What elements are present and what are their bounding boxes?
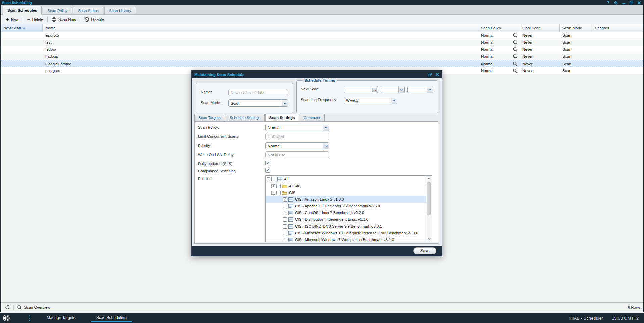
- tree-checkbox[interactable]: [283, 231, 287, 235]
- scrollbar-thumb[interactable]: [427, 182, 431, 215]
- tab-schedule-settings[interactable]: Schedule Settings: [226, 114, 265, 121]
- toolbar-separator: [80, 17, 80, 22]
- compliance-scanning-label: Compliance Scanning:: [198, 169, 237, 173]
- tree-item[interactable]: + ADSIC: [266, 183, 426, 189]
- search-icon[interactable]: [513, 40, 518, 45]
- tree-checkbox[interactable]: [276, 184, 281, 188]
- tab-scan-schedules[interactable]: Scan Schedules: [3, 6, 42, 15]
- scan-now-button[interactable]: Scan Now: [49, 16, 79, 23]
- scroll-down-icon[interactable]: [426, 236, 432, 242]
- search-icon[interactable]: [513, 68, 518, 73]
- tab-scan-settings[interactable]: Scan Settings: [265, 114, 299, 122]
- taskbar-item-manage-targets[interactable]: Manage Targets: [41, 313, 81, 323]
- tree-item-selected[interactable]: ✓ CIS - Amazon Linux 2 v1.0.0: [266, 196, 426, 203]
- scan-overview-button[interactable]: Scan Overview: [16, 304, 51, 311]
- policies-label: Policies:: [198, 177, 212, 181]
- scroll-up-icon[interactable]: [426, 176, 432, 181]
- scan-settings-panel: Scan Policy: Normal Limit Concurrent Sca…: [194, 121, 438, 244]
- tab-scan-history[interactable]: Scan History: [104, 7, 136, 14]
- priority-label: Priority:: [198, 144, 211, 148]
- general-groupbox: Name: Scan Mode: Scan: [196, 83, 293, 113]
- search-icon[interactable]: [513, 61, 518, 66]
- column-header-scanner[interactable]: Scanner: [592, 24, 643, 32]
- tree-checkbox[interactable]: [283, 204, 287, 208]
- next-scan-hour-select[interactable]: [381, 86, 405, 93]
- tree-item[interactable]: CIS - Microsoft Windows 7 Workstation Be…: [266, 236, 426, 242]
- collapse-icon[interactable]: −: [271, 191, 275, 195]
- tree-checkbox[interactable]: [271, 177, 276, 181]
- chevron-down-icon: [391, 97, 397, 104]
- search-icon[interactable]: [513, 33, 518, 38]
- menu-dots-icon[interactable]: [28, 314, 31, 322]
- search-icon[interactable]: [513, 47, 518, 52]
- table-row[interactable]: test Normal Never Scan: [1, 39, 643, 46]
- title-bar: Scan Scheduling ?: [0, 0, 644, 5]
- tab-scan-status[interactable]: Scan Status: [73, 7, 103, 14]
- scan-mode-select[interactable]: Scan: [228, 99, 288, 107]
- refresh-button[interactable]: [3, 304, 11, 311]
- delete-button[interactable]: − Delete: [24, 16, 46, 23]
- scanning-frequency-select[interactable]: Weekly: [344, 97, 397, 104]
- column-header-scan-policy[interactable]: Scan Policy: [478, 24, 519, 32]
- tab-comment[interactable]: Comment: [300, 114, 325, 121]
- tree-checkbox[interactable]: ✓: [283, 197, 287, 202]
- wake-on-lan-delay-input[interactable]: [265, 151, 329, 158]
- expand-icon[interactable]: +: [271, 184, 275, 188]
- daily-updates-checkbox[interactable]: ✓: [265, 161, 270, 165]
- policy-icon: [288, 211, 293, 215]
- priority-select[interactable]: Normal: [265, 142, 329, 149]
- close-icon[interactable]: [637, 1, 641, 5]
- dialog-restore-icon[interactable]: [428, 73, 432, 77]
- tree-checkbox[interactable]: [283, 224, 287, 229]
- tree-item[interactable]: CIS - ISC BIND DNS Server 9.9 Benchmark …: [266, 223, 426, 230]
- scan-policy-select[interactable]: Normal: [265, 124, 329, 131]
- tab-scan-targets[interactable]: Scan Targets: [194, 114, 225, 121]
- restore-icon[interactable]: [629, 1, 634, 5]
- collapse-icon[interactable]: −: [267, 177, 270, 181]
- tree-item[interactable]: − All: [266, 176, 426, 183]
- save-button[interactable]: Save: [413, 247, 436, 254]
- dialog-title: Maintaining Scan Schedule: [194, 73, 244, 77]
- dialog-close-icon[interactable]: [435, 73, 439, 77]
- search-icon[interactable]: [513, 54, 518, 59]
- tree-checkbox[interactable]: [276, 191, 281, 195]
- tab-scan-policy[interactable]: Scan Policy: [43, 7, 72, 14]
- table-row[interactable]: Esxi 5.5 Normal Never Scan: [1, 32, 643, 39]
- next-scan-minute-select[interactable]: [407, 86, 433, 93]
- tree-item[interactable]: CIS - CentOS Linux 7 Benchmark v2.2.0: [266, 209, 426, 216]
- table-row[interactable]: fedora Normal Never Scan: [1, 46, 643, 53]
- wake-on-lan-delay-label: Wake On LAN Delay:: [198, 153, 235, 157]
- tree-scrollbar[interactable]: [426, 176, 432, 242]
- tree-item[interactable]: CIS - Distribution Independent Linux v1.…: [266, 216, 426, 223]
- app-logo-bullseye-icon: [3, 314, 10, 322]
- scan-policy-label: Scan Policy:: [198, 125, 219, 129]
- scanning-frequency-label: Scanning Frequency:: [301, 98, 337, 102]
- limit-concurrent-scans-label: Limit Concurrent Scans:: [198, 134, 239, 138]
- compliance-scanning-checkbox[interactable]: ✓: [265, 168, 270, 173]
- disable-button[interactable]: Disable: [82, 16, 106, 23]
- limit-concurrent-scans-input[interactable]: [265, 133, 329, 140]
- column-header-scan-mode[interactable]: Scan Mode: [560, 24, 592, 32]
- new-button[interactable]: + New: [3, 16, 21, 23]
- table-row-selected[interactable]: GoogleChrome Normal Never Scan: [1, 60, 643, 67]
- policy-icon: [288, 224, 293, 229]
- tree-item[interactable]: CIS - Microsoft Windows 10 Enterprise Re…: [266, 230, 426, 236]
- tree-item[interactable]: CIS - Apache HTTP Server 2.2 Benchmark v…: [266, 203, 426, 209]
- tree-checkbox[interactable]: [283, 217, 287, 222]
- column-header-name[interactable]: Name: [43, 24, 478, 32]
- tree-item[interactable]: − CIS: [266, 189, 426, 196]
- disable-icon: [84, 17, 89, 22]
- next-scan-date-input[interactable]: [344, 86, 378, 93]
- tree-checkbox[interactable]: [283, 211, 287, 215]
- table-row[interactable]: hadoop Normal Never Scan: [1, 53, 643, 60]
- name-input[interactable]: [228, 89, 288, 96]
- minimize-icon[interactable]: [622, 1, 626, 5]
- gear-icon[interactable]: [614, 1, 618, 5]
- taskbar-item-scan-scheduling[interactable]: Scan Scheduling: [91, 313, 132, 323]
- tree-checkbox[interactable]: [283, 238, 287, 242]
- column-header-next-scan[interactable]: Next Scan ▲: [1, 24, 43, 32]
- column-header-final-scan[interactable]: Final Scan: [519, 24, 560, 32]
- help-icon[interactable]: ?: [606, 1, 610, 5]
- policies-tree: − All + ADSIC −: [265, 175, 432, 242]
- calendar-icon[interactable]: [371, 86, 378, 93]
